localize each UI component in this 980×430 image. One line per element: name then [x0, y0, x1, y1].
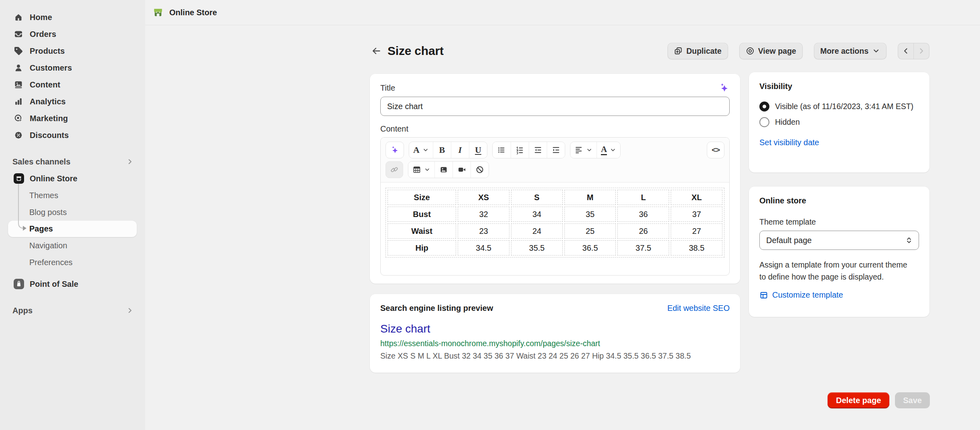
table-cell[interactable]: 35 — [564, 207, 616, 222]
sidebar-item-themes[interactable]: Themes — [0, 187, 145, 204]
customize-template-label: Customize template — [772, 290, 843, 300]
insert-link-button-disabled[interactable] — [386, 161, 403, 178]
chevron-right-icon — [917, 47, 925, 55]
table-cell[interactable]: 36 — [617, 207, 669, 222]
text-color-button[interactable]: A — [597, 142, 620, 158]
bulleted-list-button[interactable] — [493, 142, 511, 158]
sidebar-item-pages-active[interactable]: Pages — [8, 221, 137, 237]
sidebar-item-orders[interactable]: Orders — [0, 26, 145, 43]
link-icon — [390, 165, 399, 174]
table-cell[interactable]: 34 — [511, 207, 563, 222]
set-visibility-date-link[interactable]: Set visibility date — [759, 138, 819, 147]
table-row: Size XS S M L XL — [388, 190, 722, 205]
chevron-right-icon — [126, 158, 134, 166]
table-cell[interactable]: 27 — [671, 223, 722, 239]
sidebar-item-customers[interactable]: Customers — [0, 59, 145, 76]
table-cell[interactable]: 34.5 — [458, 240, 509, 256]
sidebar-item-blog-posts[interactable]: Blog posts — [0, 204, 145, 221]
seo-result-description: Size XS S M L XL Bust 32 34 35 36 37 Wai… — [380, 351, 730, 361]
edit-website-seo-link[interactable]: Edit website SEO — [667, 304, 730, 313]
table-cell[interactable]: 24 — [511, 223, 563, 239]
video-icon — [457, 165, 466, 174]
table-cell[interactable]: Bust — [388, 207, 456, 222]
table-cell[interactable]: 25 — [564, 223, 616, 239]
table-cell[interactable]: 32 — [458, 207, 509, 222]
underline-button[interactable]: U — [469, 142, 487, 158]
content-icon — [14, 80, 23, 89]
sidebar-item-discounts[interactable]: Discounts — [0, 127, 145, 144]
text-color-icon: A — [601, 145, 607, 155]
ai-sparkle-icon[interactable] — [718, 83, 730, 93]
numbered-list-icon — [515, 146, 524, 154]
duplicate-button[interactable]: Duplicate — [668, 43, 728, 59]
chevron-down-icon — [422, 147, 429, 153]
sidebar-item-online-store[interactable]: Online Store — [0, 170, 145, 187]
sidebar-item-preferences[interactable]: Preferences — [0, 254, 145, 271]
theme-template-select[interactable]: Default page — [759, 231, 919, 250]
delete-page-button[interactable]: Delete page — [828, 392, 889, 408]
table-cell[interactable]: 35.5 — [511, 240, 563, 256]
indent-button[interactable] — [547, 142, 565, 158]
radio-checked-icon[interactable] — [759, 101, 769, 112]
table-cell[interactable]: 38.5 — [671, 240, 722, 256]
sidebar-item-label: Analytics — [30, 97, 66, 106]
chevron-down-icon — [872, 47, 880, 55]
table-cell[interactable]: S — [511, 190, 563, 205]
font-style-button[interactable]: A — [409, 142, 433, 158]
chevron-down-icon — [424, 166, 430, 173]
back-button[interactable] — [368, 43, 384, 59]
sidebar-item-label: Orders — [30, 30, 56, 39]
text-alignment-button[interactable] — [570, 142, 597, 158]
sidebar-item-content[interactable]: Content — [0, 76, 145, 93]
next-page-button-disabled[interactable] — [913, 43, 929, 59]
numbered-list-button[interactable] — [511, 142, 529, 158]
theme-template-value: Default page — [766, 236, 812, 245]
radio-unchecked-icon[interactable] — [759, 117, 769, 127]
save-button-disabled[interactable]: Save — [895, 392, 930, 408]
table-cell[interactable]: 36.5 — [564, 240, 616, 256]
sidebar-item-label: Blog posts — [29, 208, 67, 217]
bold-button[interactable]: B — [433, 142, 451, 158]
customize-template-link[interactable]: Customize template — [759, 290, 919, 300]
ai-sparkle-icon — [390, 146, 400, 154]
more-actions-label: More actions — [820, 47, 868, 56]
title-input[interactable] — [380, 97, 730, 116]
outdent-button[interactable] — [529, 142, 547, 158]
sidebar-item-label: Point of Sale — [30, 280, 78, 289]
sales-channels-label: Sales channels — [12, 157, 71, 166]
sidebar-item-point-of-sale[interactable]: Point of Sale — [0, 276, 145, 292]
table-cell[interactable]: Waist — [388, 223, 456, 239]
view-page-button[interactable]: View page — [739, 43, 803, 59]
table-cell[interactable]: 26 — [617, 223, 669, 239]
clear-formatting-button[interactable] — [471, 162, 489, 178]
sidebar-item-products[interactable]: Products — [0, 43, 145, 59]
table-cell[interactable]: Size — [388, 190, 456, 205]
table-cell[interactable]: M — [564, 190, 616, 205]
sidebar-item-analytics[interactable]: Analytics — [0, 93, 145, 110]
sidebar-item-navigation[interactable]: Navigation — [0, 237, 145, 254]
insert-image-button[interactable] — [434, 162, 452, 178]
table-cell[interactable]: XS — [458, 190, 509, 205]
insert-video-button[interactable] — [452, 162, 471, 178]
template-icon — [759, 291, 768, 300]
sidebar-item-marketing[interactable]: Marketing — [0, 110, 145, 127]
editor-content-area[interactable]: Size XS S M L XL Bust 32 34 35 36 37 Wai… — [381, 183, 729, 258]
apps-header[interactable]: Apps — [0, 302, 145, 319]
previous-page-button[interactable] — [898, 43, 913, 59]
sidebar-item-home[interactable]: Home — [0, 9, 145, 26]
code-view-button[interactable]: <> — [707, 142, 724, 158]
ai-assist-button[interactable] — [386, 142, 404, 158]
insert-table-button[interactable] — [408, 162, 434, 178]
table-cell[interactable]: L — [617, 190, 669, 205]
outdent-icon — [534, 146, 542, 154]
table-cell[interactable]: 23 — [458, 223, 509, 239]
sidebar-item-label: Products — [30, 47, 65, 56]
table-cell[interactable]: 37.5 — [617, 240, 669, 256]
table-cell[interactable]: 37 — [671, 207, 722, 222]
italic-button[interactable]: I — [451, 142, 469, 158]
sales-channels-header[interactable]: Sales channels — [0, 153, 145, 170]
table-cell[interactable]: XL — [671, 190, 722, 205]
more-actions-button[interactable]: More actions — [814, 43, 887, 59]
ban-icon — [475, 165, 484, 174]
table-cell[interactable]: Hip — [388, 240, 456, 256]
